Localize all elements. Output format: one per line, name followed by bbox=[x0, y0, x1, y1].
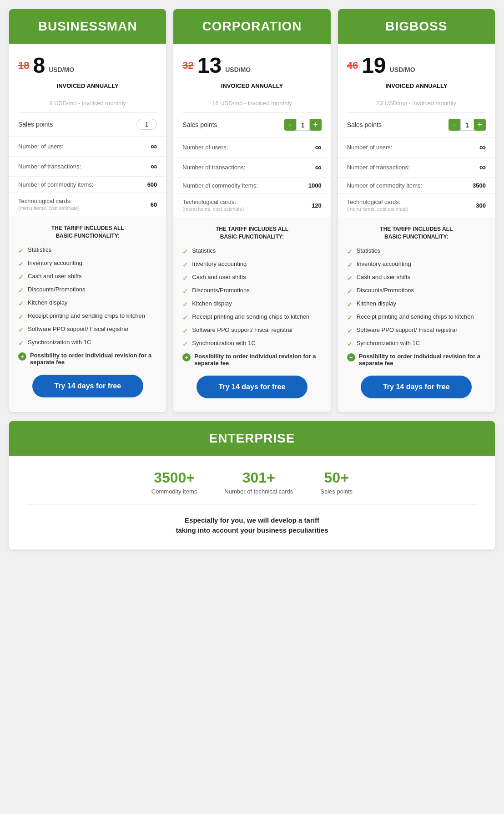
feature-label: Number of commodity items: bbox=[182, 182, 257, 189]
list-item: ✓Inventory accounting bbox=[347, 260, 486, 269]
check-icon: ✓ bbox=[182, 274, 188, 282]
list-item-possibility: +Possibility to order individual revisio… bbox=[347, 353, 486, 366]
plan-pricing-bigboss: 4619USD/MO bbox=[338, 44, 495, 82]
list-item-text: Discounts/Promotions bbox=[28, 286, 85, 293]
feature-row: Number of transactions:∞ bbox=[338, 157, 495, 177]
list-item-text: Kitchen display bbox=[192, 300, 232, 307]
stepper-minus-btn[interactable]: - bbox=[449, 119, 460, 131]
feature-value: ∞ bbox=[151, 161, 157, 172]
enterprise-stat-item: 301+Number of technical cards bbox=[224, 469, 293, 495]
feature-value: 60 bbox=[151, 201, 157, 208]
plan-header-businessman: BUSINESSMAN bbox=[9, 9, 166, 44]
list-item: ✓Kitchen display bbox=[347, 300, 486, 309]
try-free-button[interactable]: Try 14 days for free bbox=[361, 376, 472, 398]
list-item: ✓Software PPO support/ Fiscal registrar bbox=[18, 326, 157, 334]
tariff-title: THE TARIFF INCLUDES ALLBASIC FUNCTIONALI… bbox=[182, 225, 321, 241]
check-icon: ✓ bbox=[182, 261, 188, 269]
stepper-plus-btn[interactable]: + bbox=[310, 119, 322, 131]
list-item-text: Inventory accounting bbox=[192, 260, 247, 267]
possibility-text: Possibility to order individual revision… bbox=[359, 353, 486, 366]
tariff-section: THE TARIFF INCLUDES ALLBASIC FUNCTIONALI… bbox=[173, 217, 330, 412]
sales-points-label: Sales points bbox=[347, 121, 382, 128]
price-new: 19 bbox=[362, 53, 386, 78]
invoiced-label: INVOICED ANNUALLY bbox=[173, 82, 330, 94]
stepper-minus-btn[interactable]: - bbox=[284, 119, 296, 131]
feature-label: Number of users: bbox=[347, 144, 393, 151]
tariff-section: THE TARIFF INCLUDES ALLBASIC FUNCTIONALI… bbox=[338, 217, 495, 412]
enterprise-header: ENTERPRISE bbox=[9, 421, 495, 456]
list-item-text: Discounts/Promotions bbox=[192, 287, 249, 294]
feature-row: Number of commodity items:600 bbox=[9, 176, 166, 193]
plan-header-bigboss: BIGBOSS bbox=[338, 9, 495, 44]
check-icon: ✓ bbox=[18, 260, 24, 268]
check-icon: ✓ bbox=[18, 300, 24, 308]
stat-number: 3500+ bbox=[151, 469, 197, 486]
list-item-text: Statistics bbox=[357, 247, 380, 254]
stepper-plus-btn[interactable]: + bbox=[474, 119, 486, 131]
enterprise-stats: 3500+Commodity items301+Number of techni… bbox=[9, 456, 495, 504]
check-icon: ✓ bbox=[182, 287, 188, 295]
feature-label: Number of transactions: bbox=[347, 164, 410, 171]
check-icon: ✓ bbox=[347, 314, 353, 322]
list-item-text: Statistics bbox=[28, 246, 51, 253]
list-item: ✓Software PPO support/ Fiscal registrar bbox=[347, 326, 486, 335]
feature-value: ∞ bbox=[479, 162, 486, 173]
list-item: ✓Synchronization with 1C bbox=[347, 340, 486, 348]
feature-value: ∞ bbox=[151, 141, 157, 152]
try-free-button[interactable]: Try 14 days for free bbox=[197, 376, 307, 398]
try-free-button[interactable]: Try 14 days for free bbox=[32, 375, 143, 397]
feature-row: Number of commodity items:1000 bbox=[173, 177, 330, 193]
list-item: ✓Inventory accounting bbox=[182, 260, 321, 269]
invoiced-label: INVOICED ANNUALLY bbox=[338, 82, 495, 94]
check-icon: ✓ bbox=[182, 327, 188, 335]
list-item: ✓Inventory accounting bbox=[18, 259, 157, 268]
plan-card-bigboss: BIGBOSS4619USD/MOINVOICED ANNUALLY23 USD… bbox=[338, 9, 495, 412]
plans-container: BUSINESSMAN188USD/MOINVOICED ANNUALLY9 U… bbox=[9, 9, 495, 412]
functionality-list: ✓Statistics✓Inventory accounting✓Cash an… bbox=[182, 247, 321, 366]
list-item: ✓Statistics bbox=[18, 246, 157, 255]
check-icon: ✓ bbox=[347, 287, 353, 295]
feature-value: ∞ bbox=[315, 142, 321, 153]
feature-value: 600 bbox=[147, 181, 157, 188]
list-item: ✓Receipt printing and sending chips to k… bbox=[182, 313, 321, 322]
tariff-section: THE TARIFF INCLUDES ALLBASIC FUNCTIONALI… bbox=[9, 216, 166, 411]
list-item-text: Synchronization with 1C bbox=[192, 340, 255, 346]
plan-header-corporation: CORPORATION bbox=[173, 9, 330, 44]
feature-row: Number of transactions:∞ bbox=[173, 157, 330, 177]
list-item-possibility: +Possibility to order individual revisio… bbox=[18, 352, 157, 366]
list-item: ✓Discounts/Promotions bbox=[182, 287, 321, 295]
feature-value: 3500 bbox=[473, 182, 486, 189]
list-item: ✓Cash and user shifts bbox=[347, 274, 486, 282]
feature-label: Number of transactions: bbox=[18, 163, 81, 170]
list-item-text: Software PPO support/ Fiscal registrar bbox=[357, 326, 458, 333]
feature-value: ∞ bbox=[479, 142, 486, 153]
feature-value: 300 bbox=[476, 202, 486, 209]
list-item: ✓Kitchen display bbox=[182, 300, 321, 309]
sales-points-stepper: -1+ bbox=[284, 119, 322, 131]
list-item: ✓Statistics bbox=[182, 247, 321, 256]
check-icon: ✓ bbox=[347, 261, 353, 269]
list-item-text: Synchronization with 1C bbox=[28, 339, 91, 346]
stepper-value: 1 bbox=[296, 119, 310, 131]
stat-label: Commodity items bbox=[151, 488, 197, 495]
list-item-text: Inventory accounting bbox=[28, 259, 82, 266]
price-unit: USD/MO bbox=[390, 66, 415, 73]
list-item-text: Inventory accounting bbox=[357, 260, 411, 267]
feature-row: Technological cards:(menu items, cost es… bbox=[338, 193, 495, 217]
sales-points-row: Sales points-1+ bbox=[338, 112, 495, 137]
sales-points-static: 1 bbox=[136, 119, 157, 130]
monthly-alt: 9 USD/mo - invoiced monthly bbox=[9, 94, 166, 112]
list-item-text: Receipt printing and sending chips to ki… bbox=[192, 313, 309, 320]
price-new: 8 bbox=[33, 53, 45, 78]
list-item-text: Software PPO support/ Fiscal registrar bbox=[192, 326, 293, 333]
check-icon: ✓ bbox=[347, 340, 353, 348]
sales-points-label: Sales points bbox=[18, 121, 53, 128]
enterprise-description: Especially for you, we will develop a ta… bbox=[9, 504, 495, 549]
check-icon: ✓ bbox=[18, 339, 24, 347]
stepper-value: 1 bbox=[460, 119, 474, 131]
functionality-list: ✓Statistics✓Inventory accounting✓Cash an… bbox=[18, 246, 157, 366]
functionality-list: ✓Statistics✓Inventory accounting✓Cash an… bbox=[347, 247, 486, 366]
check-icon: ✓ bbox=[182, 340, 188, 348]
check-icon: ✓ bbox=[347, 327, 353, 335]
feature-row: Technological cards:(menu items, cost es… bbox=[9, 193, 166, 216]
